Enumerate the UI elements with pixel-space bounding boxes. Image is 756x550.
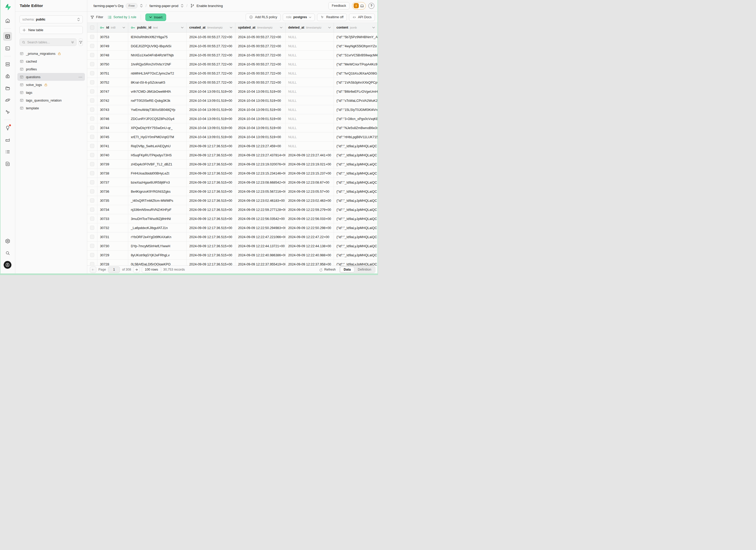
row-checkbox[interactable] (90, 262, 94, 265)
cell-created_at[interactable]: 2024-10-05 00:55:27.722+00 (187, 78, 235, 87)
row-checkbox[interactable] (90, 62, 94, 66)
cell-deleted_at[interactable]: 2024-09-09 12:22:44.138+00 (286, 242, 334, 250)
cell-created_at[interactable]: 2024-09-09 12:17:36.515+00 (187, 242, 235, 250)
cell-id[interactable]: 30750 (97, 60, 128, 69)
cell-updated_at[interactable]: 2024-10-05 00:55:27.722+00 (235, 69, 286, 78)
row-checkbox[interactable] (90, 53, 94, 57)
new-table-button[interactable]: New table (19, 26, 83, 34)
chevron-down-icon[interactable] (328, 26, 331, 29)
cell-deleted_at[interactable]: 2024-09-09 12:22:47.22+00 (286, 232, 334, 241)
column-header-id[interactable]: idint8 (97, 23, 128, 32)
cell-updated_at[interactable]: 2024-10-05 00:55:27.722+00 (235, 60, 286, 69)
cell-public_id[interactable]: vrlh7CMD-JtM1bOweMHfA (128, 87, 187, 96)
sidebar-table-item-cached[interactable]: cached (17, 57, 85, 65)
cell-updated_at[interactable]: 2024-09-09 12:23:27.437814+00 (235, 151, 286, 159)
row-checkbox[interactable] (90, 162, 94, 166)
cell-updated_at[interactable]: 2024-10-05 00:55:27.722+00 (235, 42, 286, 50)
cell-deleted_at[interactable]: 2024-09-09 12:22:56.033+00 (286, 214, 334, 223)
cell-public_id[interactable]: XPQwDIqY6Y75SwDnU-qr_ (128, 123, 187, 132)
cell-deleted_at[interactable]: 2024-09-09 12:23:05.57+00 (286, 187, 334, 196)
cell-content[interactable]: {"id":"_Id9aLyJpMHQLaiQC (334, 151, 378, 159)
cell-id[interactable]: 30751 (97, 69, 128, 78)
cell-public_id[interactable]: rYbORF2e4YgDt9fKAXaKn (128, 232, 187, 241)
nav-logs[interactable] (3, 147, 12, 156)
cell-created_at[interactable]: 2024-09-09 12:17:36.515+00 (187, 151, 235, 159)
cell-updated_at[interactable]: 2024-10-04 13:09:01.519+00 (235, 114, 286, 123)
cell-content[interactable]: {"id":"_Id9aLyJpMHQLaiQC (334, 187, 378, 196)
cell-public_id[interactable]: bzwXazHgax6UIR58j6Fn3 (128, 178, 187, 187)
view-definition-tab[interactable]: Definition (354, 267, 375, 272)
next-page-button[interactable] (133, 266, 140, 273)
nav-edge-functions[interactable] (3, 96, 12, 104)
page-number-input[interactable] (108, 266, 120, 273)
cell-id[interactable]: 30732 (97, 223, 128, 232)
row-checkbox[interactable] (90, 98, 94, 103)
cell-created_at[interactable]: 2024-10-05 00:55:27.722+00 (187, 42, 235, 50)
nav-table-editor[interactable] (3, 32, 12, 41)
cell-id[interactable]: 30729 (97, 251, 128, 259)
cell-public_id[interactable]: xrETI_HyGY0mPMGVqtOTM (128, 132, 187, 141)
cell-updated_at[interactable]: 2024-10-05 00:55:27.722+00 (235, 32, 286, 41)
project-switcher-icon[interactable] (181, 4, 184, 8)
cell-content[interactable]: {"id":"5b7j5Pz9WHBNmY_A (334, 32, 378, 41)
cell-created_at[interactable]: 2024-10-05 00:55:27.722+00 (187, 69, 235, 78)
row-checkbox[interactable] (90, 144, 94, 148)
cell-id[interactable]: 30743 (97, 105, 128, 114)
chevron-down-icon[interactable] (229, 26, 233, 29)
cell-updated_at[interactable]: 2024-09-09 12:22:47.221066+00 (235, 232, 286, 241)
cell-updated_at[interactable]: 2024-09-09 12:23:19.020076+00 (235, 160, 286, 169)
search-tables-field[interactable] (27, 41, 69, 44)
supabase-logo[interactable] (4, 3, 11, 11)
cell-content[interactable]: {"id":"_Id9aLyJpMHQLaiQC (334, 142, 378, 150)
cell-updated_at[interactable]: 2024-09-09 12:23:02.46183+00 (235, 196, 286, 205)
cell-deleted_at[interactable]: NULL (286, 60, 334, 69)
column-header-created_at[interactable]: created_attimestamptz (187, 23, 235, 32)
cell-deleted_at[interactable]: NULL (286, 87, 334, 96)
cell-id[interactable]: 30735 (97, 196, 128, 205)
cell-public_id[interactable]: nj336mN5reuRVNZrKHFpF (128, 205, 187, 214)
cell-created_at[interactable]: 2024-09-09 12:17:36.515+00 (187, 160, 235, 169)
cell-public_id[interactable]: FHHUioa3bidd00BHyLeZt (128, 169, 187, 178)
sort-button[interactable]: Sorted by 1 rule (108, 15, 136, 19)
cell-public_id[interactable]: DYp-7mcyMSIrHefLYIwwH (128, 242, 187, 250)
cell-created_at[interactable]: 2024-09-09 12:17:36.515+00 (187, 142, 235, 150)
cell-id[interactable]: 30740 (97, 151, 128, 159)
cell-updated_at[interactable]: 2024-09-09 12:23:08.668542+00 (235, 178, 286, 187)
cell-public_id[interactable]: _l40sQIRTmMZfcm-MWMPs (128, 196, 187, 205)
cell-updated_at[interactable]: 2024-10-04 13:09:01.519+00 (235, 123, 286, 132)
cell-public_id[interactable]: nbMhHL3AP7OcCJymc2wT2 (128, 69, 187, 78)
cell-content[interactable]: {"id":"fvrQ1bXoJ6XaAD08G (334, 69, 378, 78)
cell-public_id[interactable]: ZDCunRYJP2CQ5Z8Po2Gy4 (128, 114, 187, 123)
row-checkbox[interactable] (90, 207, 94, 212)
cell-deleted_at[interactable]: NULL (286, 114, 334, 123)
breadcrumb-org[interactable]: farming-paper's Org (93, 4, 123, 8)
cell-updated_at[interactable]: 2024-09-09 12:23:15.234146+00 (235, 169, 286, 178)
filter-button[interactable]: Filter (90, 15, 103, 19)
row-checkbox[interactable] (90, 226, 94, 230)
cell-content[interactable]: {"id":"S1vrVC5BrB59wqcM4 (334, 51, 378, 59)
cell-created_at[interactable]: 2024-09-09 12:17:36.515+00 (187, 232, 235, 241)
nav-home[interactable] (3, 16, 12, 25)
row-checkbox[interactable] (90, 244, 94, 248)
schema-select[interactable]: schema: public (19, 15, 83, 23)
nav-advisors[interactable] (3, 123, 12, 132)
cell-deleted_at[interactable]: 2024-09-09 12:23:19.021+00 (286, 160, 334, 169)
cell-updated_at[interactable]: 2024-09-09 12:23:27.459+00 (235, 142, 286, 150)
user-avatar[interactable] (3, 260, 12, 269)
refresh-button[interactable]: Refresh (319, 268, 336, 271)
cell-content[interactable]: {"id":"_Id9aLyJpMHQLaiQC (334, 205, 378, 214)
breadcrumb-project[interactable]: farming-paper-prod (150, 4, 178, 8)
select-all-checkbox[interactable] (90, 25, 94, 30)
row-checkbox[interactable] (90, 198, 94, 203)
cell-public_id[interactable]: lEfA0sRh9hIXf62Y6ga75 (128, 32, 187, 41)
cell-deleted_at[interactable]: NULL (286, 78, 334, 87)
realtime-toggle-button[interactable]: Realtime off (317, 14, 347, 21)
cell-created_at[interactable]: 2024-10-05 00:55:27.722+00 (187, 32, 235, 41)
cell-created_at[interactable]: 2024-09-09 12:17:36.515+00 (187, 196, 235, 205)
row-checkbox[interactable] (90, 126, 94, 130)
nav-settings[interactable] (3, 237, 12, 245)
cell-id[interactable]: 30738 (97, 169, 128, 178)
cell-id[interactable]: 30748 (97, 51, 128, 59)
row-checkbox[interactable] (90, 153, 94, 157)
sidebar-table-item-profiles[interactable]: profiles (17, 65, 85, 73)
